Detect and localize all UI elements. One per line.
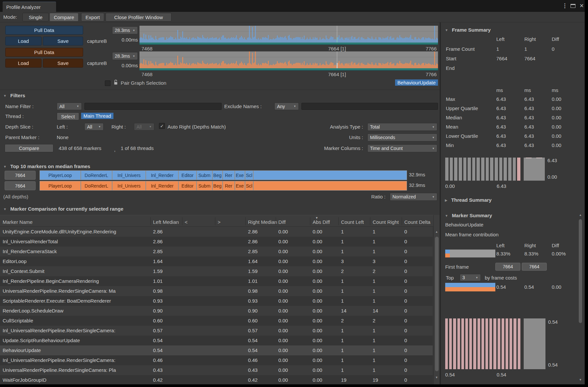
top10-marker-segment[interactable]: DoRenderL bbox=[81, 181, 113, 190]
load-right-button[interactable]: Load bbox=[5, 59, 42, 68]
top10-marker-segment[interactable]: Editor bbox=[179, 171, 197, 180]
marker-row[interactable]: Inl_RenderCameraStack2.852.850.000.00110 bbox=[0, 247, 433, 256]
column-header[interactable]: > bbox=[218, 219, 247, 225]
kebab-menu-icon[interactable]: ⋮ bbox=[562, 2, 568, 9]
scroll-down-icon[interactable]: ▼ bbox=[578, 378, 583, 381]
top10-marker-segment[interactable]: PlayerLoop bbox=[40, 171, 81, 180]
top10-marker-segment[interactable]: Beg bbox=[213, 181, 223, 190]
top10-marker-segment[interactable]: Exe bbox=[235, 181, 245, 190]
marker-columns-dropdown[interactable]: Time and Count▼ bbox=[367, 144, 437, 152]
pull-data-left-button[interactable]: Pull Data bbox=[5, 26, 83, 35]
top10-frame-left-chip[interactable]: 7664 bbox=[5, 171, 36, 180]
column-divider[interactable] bbox=[245, 217, 246, 225]
y-axis-max-dropdown-right[interactable]: 28.3ms▼ bbox=[112, 52, 138, 60]
top10-marker-segment[interactable]: Beg bbox=[213, 171, 223, 180]
top10-marker-segment[interactable] bbox=[254, 171, 407, 180]
column-header[interactable]: Diff bbox=[278, 219, 311, 225]
top10-marker-segment[interactable]: DoRenderL bbox=[81, 171, 113, 180]
top10-marker-segment[interactable]: Scl bbox=[245, 171, 254, 180]
column-divider[interactable] bbox=[370, 217, 370, 225]
marker-row[interactable]: UniversalRenderPipeline.RenderSingleCame… bbox=[0, 286, 433, 296]
top10-marker-segment[interactable]: Editor bbox=[179, 181, 197, 190]
column-divider[interactable] bbox=[150, 217, 151, 225]
name-filter-dropdown[interactable]: All▼ bbox=[57, 103, 82, 110]
marker-row[interactable]: Inl_RenderPipeline.BeginCameraRendering1… bbox=[0, 276, 433, 286]
first-frame-right-button[interactable]: 7664 bbox=[522, 263, 547, 271]
auto-right-checkbox[interactable]: ✓ bbox=[159, 123, 165, 129]
marker-row[interactable]: UniversalRenderPipeline.RenderSingleCame… bbox=[0, 365, 433, 375]
frame-time-graph-right[interactable] bbox=[139, 51, 438, 71]
marker-row[interactable]: EditorLoop1.641.640.000.00330 bbox=[0, 256, 433, 266]
comparison-table-header[interactable]: Marker NameLeft Median<>Right MedianDiff… bbox=[0, 215, 433, 227]
close-icon[interactable]: ✕ bbox=[579, 3, 584, 9]
marker-row[interactable]: ScriptableRenderer.Execute: BoatDemoRend… bbox=[0, 296, 433, 306]
close-profiler-window-button[interactable]: Close Profiler Window bbox=[106, 13, 171, 21]
marker-row[interactable]: CullScriptable0.600.600.000.00220 bbox=[0, 316, 433, 326]
marker-row[interactable]: Update.ScriptRunBehaviourUpdate0.540.540… bbox=[0, 336, 433, 345]
column-divider[interactable] bbox=[310, 217, 310, 225]
column-header[interactable]: < bbox=[185, 219, 216, 225]
column-header[interactable]: Count Delta bbox=[404, 219, 433, 225]
marker-row[interactable]: Inl_Context.Submit1.591.590.000.00220 bbox=[0, 266, 433, 276]
graph-selection-marker-label[interactable]: BehaviourUpdate bbox=[395, 79, 438, 86]
column-divider[interactable] bbox=[215, 217, 215, 225]
maximize-icon[interactable] bbox=[571, 4, 575, 8]
export-button[interactable]: Export bbox=[81, 13, 104, 21]
ratio-dropdown[interactable]: Normalized▼ bbox=[390, 193, 437, 201]
top10-header[interactable]: ▼ Top 10 markers on median frames bbox=[3, 164, 90, 169]
marker-row[interactable]: BehaviourUpdate0.540.540.000.00110 bbox=[0, 345, 433, 355]
marker-summary-header[interactable]: ▼ Marker Summary bbox=[445, 213, 492, 219]
tab-profile-analyzer[interactable]: Profile Analyzer bbox=[3, 2, 56, 12]
top10-frame-right-chip[interactable]: 7664 bbox=[5, 181, 36, 190]
marker-row[interactable]: UnityEngine.CoreModule.dll!UnityEngine.R… bbox=[0, 227, 433, 237]
exclude-names-input[interactable] bbox=[301, 103, 438, 110]
lock-open-icon[interactable] bbox=[113, 79, 118, 87]
marker-row[interactable]: RenderLoop.ScheduleDraw0.900.900.000.001… bbox=[0, 306, 433, 316]
scrollbar-thumb[interactable] bbox=[579, 219, 582, 323]
save-right-button[interactable]: Save bbox=[43, 59, 83, 68]
top10-marker-segment[interactable]: Rer bbox=[223, 171, 235, 180]
top10-marker-segment[interactable] bbox=[254, 181, 407, 190]
panel-scrollbar[interactable]: ▲ ▼ bbox=[578, 213, 583, 384]
thread-summary-header[interactable]: ▶ Thread Summary bbox=[445, 197, 492, 203]
marker-row[interactable]: Inl_UniversalRenderPipeline.RenderSingle… bbox=[0, 326, 433, 336]
scroll-down-icon[interactable]: ▼ bbox=[434, 376, 440, 379]
pull-data-right-button[interactable]: Pull Data bbox=[5, 48, 83, 57]
top10-marker-segment[interactable]: Rer bbox=[223, 181, 235, 190]
name-filter-input[interactable] bbox=[84, 103, 222, 110]
table-scrollbar[interactable]: ▲ ▼ bbox=[433, 215, 440, 384]
save-left-button[interactable]: Save bbox=[43, 37, 83, 45]
frame-time-graph-left[interactable] bbox=[139, 26, 438, 45]
marker-row[interactable]: Inl_UniversalRenderPipeline.RenderSingle… bbox=[0, 355, 433, 365]
top10-marker-segment[interactable]: Scl bbox=[245, 181, 254, 190]
analysis-type-dropdown[interactable]: Total▼ bbox=[367, 123, 437, 131]
scroll-up-icon[interactable]: ▲ bbox=[578, 213, 583, 217]
column-header[interactable]: Count Right bbox=[373, 219, 403, 225]
top10-marker-segment[interactable]: Subm bbox=[197, 181, 213, 190]
column-header[interactable]: Abs Diff bbox=[313, 219, 340, 225]
column-header[interactable]: Marker Name bbox=[3, 219, 150, 225]
top10-marker-segment[interactable]: PlayerLoop bbox=[40, 181, 81, 190]
mode-compare-button[interactable]: Compare bbox=[49, 13, 78, 21]
column-divider[interactable] bbox=[276, 217, 276, 225]
units-dropdown[interactable]: Milliseconds▼ bbox=[367, 134, 437, 141]
filters-header[interactable]: ▼ Filters bbox=[3, 93, 25, 99]
column-divider[interactable] bbox=[182, 217, 182, 225]
load-left-button[interactable]: Load bbox=[5, 37, 42, 45]
column-divider[interactable] bbox=[338, 217, 339, 225]
marker-row[interactable]: Inl_UniversalRenderTotal2.862.860.000.00… bbox=[0, 237, 433, 247]
mode-single-button[interactable]: Single bbox=[22, 13, 49, 21]
scroll-up-icon[interactable]: ▲ bbox=[434, 230, 440, 233]
column-header[interactable]: Right Median bbox=[248, 219, 277, 225]
top-n-dropdown[interactable]: 3▼ bbox=[460, 274, 481, 281]
top10-marker-segment[interactable]: Inl_Univers bbox=[112, 171, 146, 180]
thread-select-button[interactable]: Select bbox=[57, 112, 79, 120]
column-divider[interactable] bbox=[402, 217, 402, 225]
first-frame-left-button[interactable]: 7664 bbox=[495, 263, 520, 271]
top10-marker-segment[interactable]: Inl_Render bbox=[146, 181, 179, 190]
compare-button[interactable]: Compare bbox=[5, 144, 53, 152]
column-header[interactable]: Left Median bbox=[153, 219, 183, 225]
top10-marker-segment[interactable]: Inl_Univers bbox=[112, 181, 146, 190]
scrollbar-thumb[interactable] bbox=[435, 237, 439, 371]
marker-row[interactable]: WaitForJobGroupID0.420.420.000.0019190 bbox=[0, 375, 433, 384]
